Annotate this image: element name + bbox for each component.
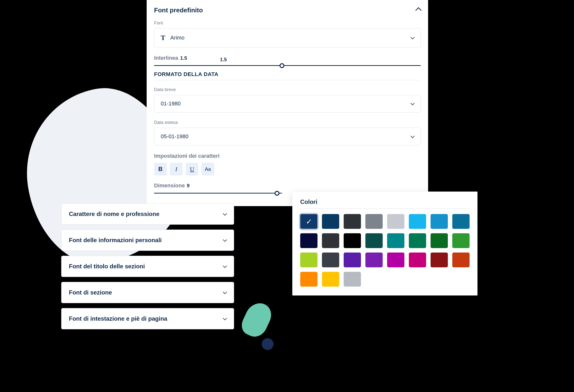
font-type-icon: T <box>161 34 165 42</box>
accordion-label: Font di sezione <box>69 289 112 296</box>
slider-thumb[interactable] <box>280 63 285 68</box>
chevron-down-icon <box>223 264 227 268</box>
color-swatch[interactable] <box>365 214 383 229</box>
color-swatch[interactable] <box>452 214 470 229</box>
color-swatch[interactable] <box>344 233 361 248</box>
short-date-value: 01-1980 <box>161 101 181 107</box>
decorative-bean <box>238 299 275 340</box>
color-swatch[interactable] <box>430 233 448 248</box>
color-swatch[interactable] <box>365 233 383 248</box>
color-swatch[interactable] <box>344 272 361 287</box>
accordion-label: Font del titolo delle sezioni <box>69 263 145 270</box>
color-swatch[interactable] <box>430 252 448 267</box>
short-date-select[interactable]: 01-1980 <box>154 95 421 113</box>
format-buttons-row: B I U Aa <box>154 163 421 176</box>
slider-track <box>154 193 282 194</box>
accordion-label: Carattere di nome e professione <box>69 210 160 217</box>
accordion-item[interactable]: Font di intestazione e piè di pagina <box>61 308 234 329</box>
panel-header[interactable]: Font predefinito <box>154 6 421 14</box>
accordion-label: Font di intestazione e piè di pagina <box>69 315 167 322</box>
interlinea-tick: 1.5 <box>220 57 227 62</box>
short-date-label: Data breve <box>154 87 421 92</box>
date-format-heading: FORMATO DELLA DATA <box>154 71 421 80</box>
color-swatch[interactable] <box>365 252 383 267</box>
bold-button[interactable]: B <box>154 163 167 176</box>
chevron-down-icon <box>410 134 415 138</box>
color-swatch[interactable] <box>344 252 361 267</box>
color-swatch[interactable] <box>300 233 317 248</box>
panel-title: Font predefinito <box>154 6 203 14</box>
color-swatch[interactable] <box>409 252 426 267</box>
interlinea-label: Interlinea <box>154 55 178 61</box>
size-label: Dimensione <box>154 183 185 189</box>
colors-title: Colori <box>300 198 470 208</box>
chevron-down-icon <box>410 35 415 40</box>
color-swatch[interactable] <box>344 214 361 229</box>
accordion-item[interactable]: Font delle informazioni personali <box>61 229 234 251</box>
color-swatch-grid: ✓ <box>300 214 470 287</box>
color-swatch[interactable] <box>430 214 448 229</box>
color-swatch[interactable] <box>322 214 339 229</box>
long-date-label: Data estesa <box>154 120 421 125</box>
size-value: 9 <box>187 183 190 189</box>
colors-panel: Colori ✓ <box>292 192 477 295</box>
chevron-down-icon <box>223 238 227 242</box>
color-swatch[interactable] <box>322 272 339 287</box>
slider-track <box>154 65 421 66</box>
accordion-item[interactable]: Carattere di nome e professione <box>61 203 234 225</box>
color-swatch[interactable] <box>387 233 404 248</box>
italic-button[interactable]: I <box>170 163 183 176</box>
chevron-down-icon <box>223 211 227 216</box>
color-swatch[interactable] <box>409 214 426 229</box>
check-icon: ✓ <box>300 214 317 229</box>
color-swatch[interactable] <box>322 252 339 267</box>
color-swatch[interactable] <box>387 252 404 267</box>
color-swatch[interactable] <box>409 233 426 248</box>
font-settings-panel: Font predefinito Font T Arimo Interlinea… <box>147 0 428 206</box>
color-swatch[interactable]: ✓ <box>300 214 317 229</box>
chevron-down-icon <box>223 316 227 320</box>
color-swatch[interactable] <box>322 233 339 248</box>
color-swatch[interactable] <box>452 233 470 248</box>
size-slider[interactable] <box>154 191 282 196</box>
accordion-item[interactable]: Font di sezione <box>61 282 234 303</box>
case-button[interactable]: Aa <box>202 163 214 176</box>
accordion-label: Font delle informazioni personali <box>69 237 162 244</box>
decorative-dot <box>262 338 274 350</box>
char-settings-label: Impostazioni dei caratteri <box>154 153 421 159</box>
color-swatch[interactable] <box>300 272 317 287</box>
underline-button[interactable]: U <box>186 163 199 176</box>
long-date-select[interactable]: 05-01-1980 <box>154 128 421 145</box>
interlinea-value: 1.5 <box>180 55 187 61</box>
accordion-item[interactable]: Font del titolo delle sezioni <box>61 256 234 277</box>
chevron-up-icon <box>415 7 421 13</box>
accordion-list: Carattere di nome e professioneFont dell… <box>61 203 234 329</box>
color-swatch[interactable] <box>452 252 470 267</box>
color-swatch[interactable] <box>300 252 317 267</box>
font-select[interactable]: T Arimo <box>154 28 421 47</box>
chevron-down-icon <box>410 101 415 105</box>
interlinea-slider[interactable]: 1.5 <box>154 63 421 68</box>
color-swatch[interactable] <box>387 214 404 229</box>
font-select-value: Arimo <box>170 35 184 41</box>
slider-thumb[interactable] <box>275 191 280 196</box>
chevron-down-icon <box>223 290 227 294</box>
font-field-label: Font <box>154 21 421 26</box>
long-date-value: 05-01-1980 <box>161 133 189 140</box>
